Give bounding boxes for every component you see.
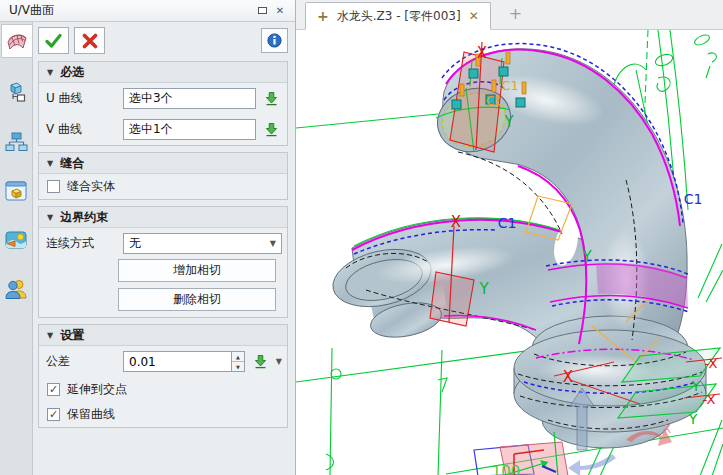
spin-up-button[interactable]: ▲ [232,352,244,362]
tolerance-spinner: ▲ ▼ [231,351,245,372]
viewport-label: C1 [684,191,703,207]
document-icon: + [317,8,329,24]
section-settings-header[interactable]: ▼ 设置 [39,325,287,346]
document-tabbar: + 水龙头.Z3 - [零件003] ✕ + [296,0,723,30]
u-curve-label: U 曲线 [46,90,118,107]
user-icon [4,277,28,301]
v-curve-label: V 曲线 [46,121,118,138]
viewport-label: Y [503,113,514,131]
float-window-button[interactable] [253,3,271,18]
u-curve-pick-button[interactable] [261,88,282,109]
keep-label: 保留曲线 [67,406,115,423]
section-required-header[interactable]: ▼ 必选 [39,62,287,83]
dialog-title: U/V曲面 [9,2,253,19]
model-viewport[interactable]: XC1C1YXC1YYC1X-XY-XYX100 [296,30,723,475]
spin-down-button[interactable]: ▼ [232,362,244,371]
assembly-tree-icon [4,81,28,105]
tolerance-options-caret[interactable]: ▼ [276,357,282,366]
section-sew-title: 缝合 [60,155,84,172]
continuity-value: 无 [129,235,141,252]
add-tangent-button[interactable]: 增加相切 [118,259,276,282]
uv-mesh-icon [5,29,29,53]
dialog-body: ▼ 必选 U 曲线 V 曲线 [0,22,295,475]
tolerance-input[interactable] [123,351,231,372]
cancel-button[interactable] [74,27,105,54]
u-curve-input[interactable] [123,88,256,109]
green-arrow-icon [253,354,268,369]
section-boundary: ▼ 边界约束 连续方式 无 ▼ 增加相切 删除相切 [38,206,288,318]
tolerance-label: 公差 [46,353,118,370]
app-window: U/V曲面 ✕ [0,0,723,475]
section-required: ▼ 必选 U 曲线 V 曲线 [38,61,288,146]
tool-display[interactable] [1,174,32,208]
tab-document[interactable]: + 水龙头.Z3 - [零件003] ✕ [305,2,491,30]
sew-solid-label: 缝合实体 [67,178,115,195]
viewport-label: -X [703,392,716,407]
section-boundary-header[interactable]: ▼ 边界约束 [39,207,287,228]
extend-label: 延伸到交点 [67,381,127,398]
collapse-icon: ▼ [47,331,53,340]
side-toolbar [0,22,33,475]
v-curve-pick-button[interactable] [261,119,282,140]
command-row [38,27,288,54]
section-sew: ▼ 缝合 缝合实体 [38,152,288,200]
section-settings: ▼ 设置 公差 ▲ ▼ [38,324,288,428]
cancel-x-icon [82,33,98,49]
history-tree-icon [4,130,28,154]
uv-surface-dialog: U/V曲面 ✕ [0,0,296,475]
green-arrow-icon [264,122,279,137]
new-tab-button[interactable]: + [509,4,522,23]
viewport-label: X [477,44,487,62]
dialog-titlebar[interactable]: U/V曲面 ✕ [0,0,295,22]
tab-title: 水龙头.Z3 - [零件003] [337,8,461,25]
tool-manager[interactable] [1,76,32,110]
ok-check-icon [45,33,62,49]
viewport-label: X [663,422,671,436]
float-window-icon [258,7,267,14]
continuity-select[interactable]: 无 ▼ [123,233,282,254]
tab-close-icon[interactable]: ✕ [469,9,479,23]
main-area: + 水龙头.Z3 - [零件003] ✕ + [296,0,723,475]
viewport-label: -X [705,356,718,371]
keep-row[interactable]: ✓ 保留曲线 [39,402,287,427]
section-boundary-title: 边界约束 [60,209,108,226]
ok-button[interactable] [38,27,69,54]
viewport-label: X [451,213,461,231]
viewport-label: 100 [492,463,521,475]
viewport-label: Y [691,378,701,394]
faucet-body [327,49,706,448]
tool-user-role[interactable] [1,272,32,306]
section-sew-header[interactable]: ▼ 缝合 [39,153,287,174]
v-curve-row: V 曲线 [39,114,287,145]
info-button[interactable] [261,28,288,53]
close-dialog-button[interactable]: ✕ [271,3,289,18]
continuity-row: 连续方式 无 ▼ [39,228,287,259]
collapse-icon: ▼ [47,159,53,168]
tool-uv-surface[interactable] [1,24,32,58]
chevron-down-icon: ▼ [270,239,276,248]
extend-checkbox[interactable]: ✓ [47,383,60,396]
section-settings-title: 设置 [60,327,84,344]
u-curve-row: U 曲线 [39,83,287,114]
viewport-label: Y [688,411,698,427]
sew-solid-row[interactable]: 缝合实体 [39,174,287,199]
tool-visualize[interactable] [1,223,32,257]
viewport-label: X [563,368,573,386]
remove-tangent-button[interactable]: 删除相切 [118,288,276,311]
viewport-label: Y [581,248,592,266]
section-required-title: 必选 [60,64,84,81]
continuity-label: 连续方式 [46,235,118,252]
extend-row[interactable]: ✓ 延伸到交点 [39,377,287,402]
render-image-icon [4,228,28,252]
viewport-label: Y [478,280,489,298]
sew-solid-checkbox[interactable] [47,180,60,193]
viewport-label: C1 [486,94,502,108]
view-cube-icon [4,179,28,203]
keep-checkbox[interactable]: ✓ [47,408,60,421]
dialog-content: ▼ 必选 U 曲线 V 曲线 [33,22,295,475]
v-curve-input[interactable] [123,119,256,140]
tool-history[interactable] [1,125,32,159]
collapse-icon: ▼ [47,68,53,77]
tolerance-pick-button[interactable] [250,351,271,372]
collapse-icon: ▼ [47,213,53,222]
